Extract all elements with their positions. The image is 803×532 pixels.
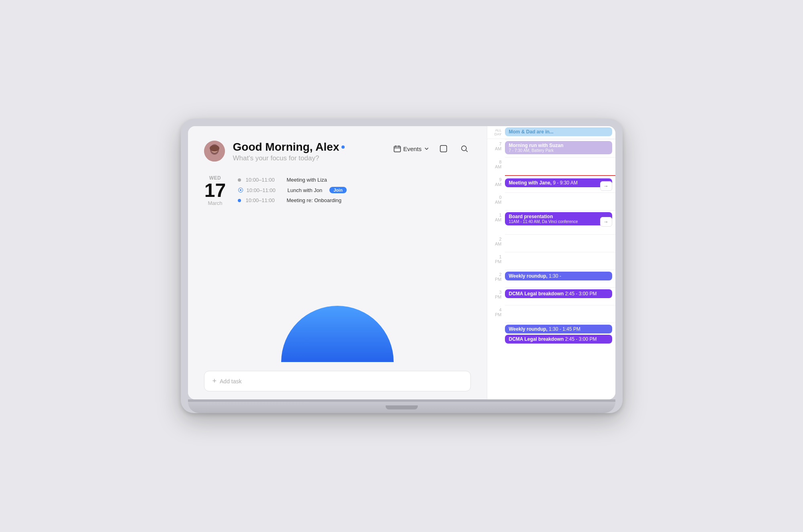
join-badge[interactable]: Join: [329, 187, 347, 193]
time-slot-4pm: 4 PM: [487, 305, 615, 323]
greeting-dot: [341, 145, 345, 149]
time-slot-12pm: 2 AM: [487, 234, 615, 252]
time-content: [505, 305, 615, 323]
calendar-icon: [394, 145, 401, 152]
top-right-icons: Events: [394, 141, 471, 155]
event-title: Weekly roundup, 1:30 - 1:45 PM: [509, 326, 608, 332]
search-icon-button[interactable]: [458, 142, 471, 155]
arrow-button[interactable]: →: [600, 217, 612, 227]
laptop-screen: Good Morning, Alex What's your focus for…: [188, 126, 615, 399]
calendar-event[interactable]: Weekly roundup, 1:30 - 1:45 PM: [505, 325, 612, 334]
svg-point-4: [210, 145, 219, 151]
event-title: Meeting re: Onboarding: [287, 197, 342, 203]
event-title: Board presentation: [509, 214, 608, 219]
time-content: Morning run with Suzan 7 - 7:30 AM, Batt…: [505, 139, 615, 157]
laptop-shell: Good Morning, Alex What's your focus for…: [181, 119, 623, 413]
event-time: 10:00–11:00: [246, 197, 282, 203]
time-slot-10am: 0 AM: [487, 192, 615, 210]
calendar-event[interactable]: DCMA Legal breakdown 2:45 - 3:00 PM: [505, 335, 612, 344]
avatar: [204, 141, 225, 162]
all-day-row: ALLDAY Mom & Dad are in...: [487, 126, 615, 139]
chevron-down-icon: [424, 146, 429, 151]
event-title: Lunch with Jon: [288, 187, 323, 193]
now-line: [505, 175, 615, 176]
time-label: 7 AM: [487, 139, 505, 151]
event-dot: [238, 199, 241, 202]
svg-rect-5: [394, 146, 400, 152]
time-content: DCMA Legal breakdown 2:45 - 3:00 PM: [505, 287, 615, 305]
svg-line-11: [466, 150, 468, 152]
all-day-content: Mom & Dad are in...: [505, 126, 615, 139]
calendar-event[interactable]: DCMA Legal breakdown 2:45 - 3:00 PM: [505, 289, 612, 298]
time-slot-2pm: 2 PM Weekly roundup, 1:30 -: [487, 270, 615, 287]
greeting-subtitle: What's your focus for today?: [233, 154, 394, 162]
add-task-plus-icon: +: [212, 377, 217, 385]
time-label: 2 AM: [487, 234, 505, 246]
semicircle-chart: [281, 306, 394, 362]
time-slot-extra: Weekly roundup, 1:30 - 1:45 PM DCMA Lega…: [487, 323, 615, 346]
square-icon-button[interactable]: [437, 142, 450, 155]
events-button[interactable]: Events: [394, 145, 429, 152]
time-label: 2 PM: [487, 270, 505, 282]
time-content: Meeting with Jane, 9 - 9:30 AM →: [505, 175, 615, 192]
calendar-scroll[interactable]: ALLDAY Mom & Dad are in... 7 AM Morning …: [487, 126, 615, 399]
laptop-base: [188, 402, 615, 413]
date-number: 17: [204, 181, 227, 200]
event-title: DCMA Legal breakdown 2:45 - 3:00 PM: [509, 291, 608, 297]
events-list: 10:00–11:00 Meeting with Liza ⦿ 10:00–11…: [238, 175, 347, 203]
time-content: Weekly roundup, 1:30 - 1:45 PM DCMA Lega…: [505, 323, 615, 346]
svg-rect-9: [440, 145, 447, 152]
greeting-text: Good Morning, Alex: [233, 141, 339, 153]
event-title: Morning run with Suzan: [509, 143, 608, 148]
event-title: Meeting with Jane, 9 - 9:30 AM: [509, 180, 608, 186]
all-day-label: ALLDAY: [487, 129, 505, 137]
add-task-bar[interactable]: + Add task: [204, 371, 471, 391]
time-label: 4 PM: [487, 305, 505, 317]
time-content: [505, 192, 615, 210]
time-label: 8 AM: [487, 157, 505, 169]
calendar-event-allday[interactable]: Mom & Dad are in...: [505, 127, 612, 136]
time-label: 0 AM: [487, 192, 505, 205]
date-month: March: [204, 200, 227, 206]
date-block: WED 17 March: [204, 175, 227, 206]
event-time: 10:00–11:00: [247, 187, 283, 193]
time-label: 1 AM: [487, 210, 505, 222]
add-task-label: Add task: [220, 378, 241, 385]
time-label: [487, 323, 505, 325]
right-panel: ALLDAY Mom & Dad are in... 7 AM Morning …: [487, 126, 615, 399]
live-icon: ⦿: [238, 187, 243, 193]
calendar-event[interactable]: Board presentation 11AM - 11:40 AM, Da V…: [505, 212, 612, 225]
left-panel: Good Morning, Alex What's your focus for…: [188, 126, 487, 399]
time-content: [505, 234, 615, 252]
date-row: WED 17 March 10:00–11:00 Meeting with Li…: [204, 175, 471, 206]
time-slot-1pm: 1 PM: [487, 252, 615, 270]
event-title: Weekly roundup, 1:30 -: [509, 273, 608, 279]
schedule-section: WED 17 March 10:00–11:00 Meeting with Li…: [204, 175, 471, 269]
time-label: 1 PM: [487, 252, 505, 264]
time-slot-11am: 1 AM Board presentation 11AM - 11:40 AM,…: [487, 210, 615, 234]
arrow-button[interactable]: →: [600, 181, 612, 191]
event-dot: [238, 178, 241, 182]
events-label: Events: [403, 145, 422, 152]
time-content: [505, 157, 615, 175]
time-slot-9am: 9 AM Meeting with Jane, 9 - 9:30 AM →: [487, 175, 615, 192]
header: Good Morning, Alex What's your focus for…: [204, 141, 471, 162]
time-content: Board presentation 11AM - 11:40 AM, Da V…: [505, 210, 615, 228]
time-content: Weekly roundup, 1:30 -: [505, 270, 615, 287]
event-title: Meeting with Liza: [287, 177, 327, 183]
event-time: 11AM - 11:40 AM, Da Vinci conference: [509, 219, 608, 224]
calendar-event[interactable]: Weekly roundup, 1:30 -: [505, 272, 612, 280]
time-label: 9 AM: [487, 175, 505, 187]
svg-point-10: [462, 146, 466, 151]
calendar-event[interactable]: Morning run with Suzan 7 - 7:30 AM, Batt…: [505, 141, 612, 154]
time-content: [505, 252, 615, 270]
chart-area: [204, 269, 471, 366]
calendar-event[interactable]: Meeting with Jane, 9 - 9:30 AM: [505, 178, 612, 187]
greeting-block: Good Morning, Alex What's your focus for…: [233, 141, 394, 162]
time-label: 3 PM: [487, 287, 505, 299]
allday-event-title: Mom & Dad are in...: [509, 129, 554, 135]
list-item: 10:00–11:00 Meeting re: Onboarding: [238, 197, 347, 203]
time-slot-7am: 7 AM Morning run with Suzan 7 - 7:30 AM,…: [487, 139, 615, 157]
time-slot-3pm: 3 PM DCMA Legal breakdown 2:45 - 3:00 PM: [487, 287, 615, 305]
greeting-title: Good Morning, Alex: [233, 141, 394, 153]
